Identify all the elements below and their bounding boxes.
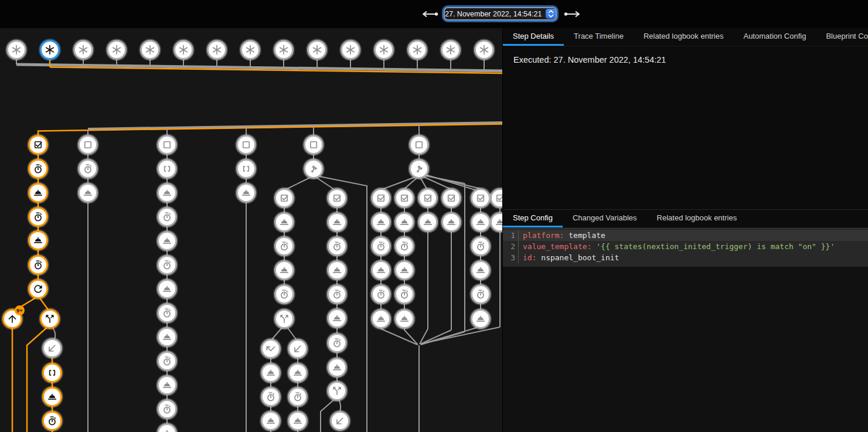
trace-node-bell[interactable] bbox=[471, 212, 491, 232]
trace-node-bell[interactable] bbox=[28, 230, 48, 250]
trace-node-timer[interactable] bbox=[78, 159, 98, 179]
trace-node-choose[interactable] bbox=[304, 159, 324, 179]
tab-trace-timeline[interactable]: Trace Timeline bbox=[564, 28, 634, 46]
trace-node-bell[interactable] bbox=[42, 387, 62, 407]
trace-node-bell[interactable] bbox=[157, 327, 177, 347]
trace-node-bell[interactable] bbox=[418, 212, 438, 232]
tab-changed-variables[interactable]: Changed Variables bbox=[563, 210, 647, 227]
trace-node-asterisk[interactable] bbox=[107, 40, 127, 60]
trace-node-bell[interactable] bbox=[441, 212, 461, 232]
trace-node-timer[interactable] bbox=[157, 207, 177, 227]
tab-step-config[interactable]: Step Config bbox=[503, 210, 563, 227]
trace-node-bell[interactable] bbox=[78, 183, 98, 203]
trace-node-square[interactable] bbox=[78, 135, 98, 155]
trace-node-timer[interactable] bbox=[471, 236, 491, 256]
trace-node-check-square[interactable] bbox=[394, 188, 414, 208]
trace-node-asterisk[interactable] bbox=[274, 40, 294, 60]
trace-node-timer[interactable] bbox=[157, 351, 177, 371]
trace-node-bell[interactable] bbox=[261, 411, 281, 431]
previous-trace-button[interactable] bbox=[420, 10, 440, 18]
trace-node-bell[interactable] bbox=[371, 212, 391, 232]
trace-node-choose[interactable] bbox=[409, 159, 429, 179]
trace-node-timer[interactable] bbox=[274, 236, 294, 256]
trace-node-call-missed[interactable] bbox=[261, 339, 281, 359]
trace-node-bell[interactable] bbox=[274, 212, 294, 232]
tab-step-details[interactable]: Step Details bbox=[503, 28, 564, 46]
trace-node-asterisk[interactable] bbox=[407, 40, 427, 60]
trace-node-brackets[interactable] bbox=[42, 363, 62, 383]
trace-node-timer[interactable] bbox=[327, 236, 347, 256]
trace-node-split[interactable] bbox=[327, 381, 347, 401]
trace-node-arrow-bl[interactable] bbox=[42, 338, 62, 358]
trace-node-bell[interactable] bbox=[327, 308, 347, 328]
trace-node-arrow-bl[interactable] bbox=[330, 411, 350, 431]
trace-node-bell[interactable] bbox=[157, 279, 177, 299]
trace-node-bell[interactable] bbox=[157, 231, 177, 251]
trace-node-brackets[interactable] bbox=[157, 159, 177, 179]
trace-node-asterisk[interactable] bbox=[474, 40, 494, 60]
trace-node-bell[interactable] bbox=[394, 309, 414, 329]
trace-node-square[interactable] bbox=[236, 135, 256, 155]
trace-node-asterisk[interactable] bbox=[40, 40, 60, 60]
trace-node-timer[interactable] bbox=[157, 255, 177, 275]
trace-node-asterisk[interactable] bbox=[374, 40, 394, 60]
trace-node-bell[interactable] bbox=[236, 183, 256, 203]
trace-node-bell[interactable] bbox=[261, 363, 281, 383]
trace-node-timer[interactable] bbox=[288, 387, 308, 407]
trace-node-timer[interactable] bbox=[28, 159, 48, 179]
trace-node-bell[interactable] bbox=[157, 375, 177, 395]
trace-node-split[interactable] bbox=[274, 309, 294, 329]
trace-node-check-square[interactable] bbox=[327, 188, 347, 208]
trace-node-check-square[interactable] bbox=[274, 188, 294, 208]
trace-node-check-square[interactable] bbox=[371, 188, 391, 208]
trace-node-bell[interactable] bbox=[394, 212, 414, 232]
trace-node-bell[interactable] bbox=[327, 260, 347, 280]
tab-blueprint-config[interactable]: Blueprint Config bbox=[816, 28, 868, 46]
trace-node-timer[interactable] bbox=[261, 387, 281, 407]
trace-node-bell[interactable] bbox=[471, 309, 491, 329]
next-trace-button[interactable] bbox=[563, 10, 583, 18]
trace-node-timer[interactable] bbox=[394, 236, 414, 256]
tab-related-logbook-entries[interactable]: Related logbook entries bbox=[647, 210, 747, 227]
trace-node-arrow-bl[interactable] bbox=[288, 339, 308, 359]
trace-node-bell[interactable] bbox=[394, 260, 414, 280]
trace-node-timer[interactable] bbox=[157, 303, 177, 323]
trace-node-check-square[interactable] bbox=[441, 188, 461, 208]
trace-node-brackets[interactable] bbox=[236, 159, 256, 179]
trace-node-asterisk[interactable] bbox=[207, 40, 227, 60]
trace-node-asterisk[interactable] bbox=[341, 40, 360, 60]
trace-node-refresh[interactable] bbox=[28, 279, 48, 299]
trace-node-bell[interactable] bbox=[471, 260, 491, 280]
trace-node-asterisk[interactable] bbox=[140, 40, 160, 60]
trace-node-bell[interactable] bbox=[371, 309, 391, 329]
trace-node-timer[interactable] bbox=[28, 207, 48, 227]
trace-node-asterisk[interactable] bbox=[173, 40, 193, 60]
trace-node-timer[interactable] bbox=[371, 236, 391, 256]
trace-node-asterisk[interactable] bbox=[73, 40, 93, 60]
trace-node-timer[interactable] bbox=[157, 399, 177, 419]
trace-node-timer[interactable] bbox=[327, 284, 347, 304]
trace-node-bell[interactable] bbox=[157, 183, 177, 203]
trace-node-bell[interactable] bbox=[28, 183, 48, 203]
trace-node-asterisk[interactable] bbox=[240, 40, 260, 60]
trace-node-asterisk[interactable] bbox=[441, 40, 461, 60]
trace-node-square[interactable] bbox=[304, 135, 324, 155]
trace-node-check-square[interactable] bbox=[418, 188, 438, 208]
trace-node-bell[interactable] bbox=[288, 363, 308, 383]
trace-node-bell[interactable] bbox=[274, 260, 294, 280]
trace-node-arrow-up[interactable]: 9+ bbox=[2, 309, 22, 329]
trace-node-timer[interactable] bbox=[28, 255, 48, 275]
trace-node-asterisk[interactable] bbox=[307, 40, 327, 60]
trace-node-bell[interactable] bbox=[371, 260, 391, 280]
trace-node-timer[interactable] bbox=[327, 333, 347, 353]
trace-node-check-square[interactable] bbox=[28, 135, 48, 155]
trace-node-timer[interactable] bbox=[371, 284, 391, 304]
trace-node-timer[interactable] bbox=[471, 284, 491, 304]
trace-node-square[interactable] bbox=[157, 135, 177, 155]
tab-automation-config[interactable]: Automation Config bbox=[733, 28, 816, 46]
trace-node-timer[interactable] bbox=[42, 411, 62, 431]
trace-node-split[interactable] bbox=[40, 309, 60, 329]
trace-run-select[interactable]: 27. November 2022, 14:54:21 bbox=[444, 7, 557, 21]
trace-node-timer[interactable] bbox=[394, 284, 414, 304]
trace-node-bell[interactable] bbox=[327, 358, 347, 377]
